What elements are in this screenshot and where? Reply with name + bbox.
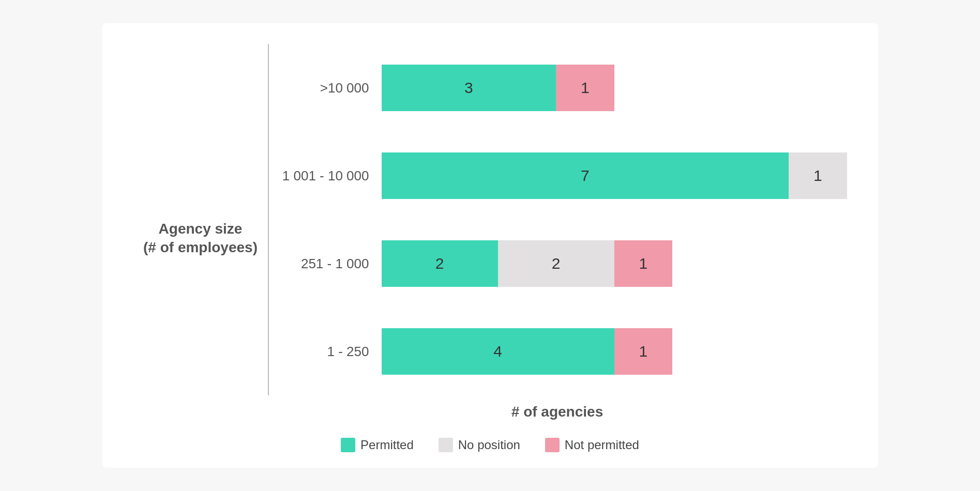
bar-segment-permitted: 2 xyxy=(382,240,498,287)
bar-segment-no-position: 1 xyxy=(789,152,847,199)
main-chart: Agency size (# of employees) >10 000 3 1 xyxy=(133,44,847,433)
legend-swatch-no-position xyxy=(439,438,453,452)
x-axis-label: # of agencies xyxy=(268,404,847,420)
bar-track-1-250: 4 1 xyxy=(382,328,847,375)
legend-label-not-permitted: Not permitted xyxy=(565,438,639,452)
legend-item-no-position: No position xyxy=(439,438,520,452)
y-axis-label-line1: Agency size xyxy=(159,221,243,237)
right-block: >10 000 3 1 1 001 - 10 000 7 1 xyxy=(268,44,847,433)
rows-area: >10 000 3 1 1 001 - 10 000 7 1 xyxy=(268,44,847,395)
legend-item-not-permitted: Not permitted xyxy=(545,438,639,452)
legend-item-permitted: Permitted xyxy=(341,438,414,452)
bar-segment-permitted: 7 xyxy=(382,152,789,199)
y-axis-label: Agency size (# of employees) xyxy=(139,220,263,257)
y-axis-label-line2: (# of employees) xyxy=(143,239,258,255)
y-label-gt10000: >10 000 xyxy=(268,80,382,96)
row-wrapper: >10 000 3 1 xyxy=(268,44,847,132)
legend-swatch-permitted xyxy=(341,438,355,452)
legend: Permitted No position Not permitted xyxy=(341,438,639,452)
legend-label-permitted: Permitted xyxy=(360,438,414,452)
bar-track-251-1000: 2 2 1 xyxy=(382,240,847,287)
bar-segment-permitted: 4 xyxy=(382,328,614,375)
bar-track-1001-10000: 7 1 xyxy=(382,152,847,200)
bar-segment-not-permitted: 1 xyxy=(614,328,673,375)
bar-track-gt10000: 3 1 xyxy=(382,64,847,112)
y-label-1-250: 1 - 250 xyxy=(268,344,382,360)
row-wrapper: 1 - 250 4 1 xyxy=(268,308,847,395)
bar-segment-not-permitted: 1 xyxy=(556,65,614,111)
row-wrapper: 1 001 - 10 000 7 1 xyxy=(268,132,847,220)
bar-segment-permitted: 3 xyxy=(382,65,556,111)
bar-segment-not-permitted: 1 xyxy=(614,240,673,287)
bar-segment-no-position: 2 xyxy=(498,240,614,287)
legend-label-no-position: No position xyxy=(458,438,520,452)
legend-swatch-not-permitted xyxy=(545,438,560,452)
y-axis-title-block: Agency size (# of employees) xyxy=(133,44,268,433)
y-label-1001-10000: 1 001 - 10 000 xyxy=(268,168,382,184)
chart-container: Agency size (# of employees) >10 000 3 1 xyxy=(102,23,878,468)
row-wrapper: 251 - 1 000 2 2 1 xyxy=(268,220,847,308)
y-label-251-1000: 251 - 1 000 xyxy=(268,256,382,272)
